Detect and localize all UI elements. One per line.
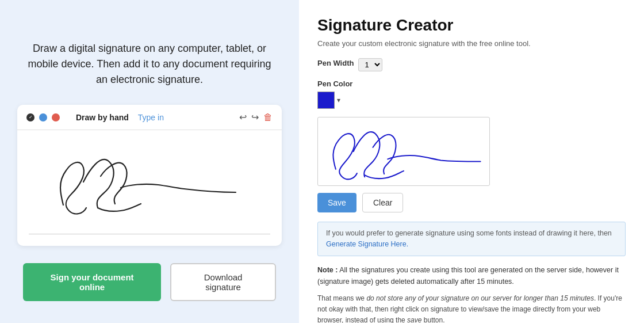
btn-row: Sign your document online Download signa… (23, 263, 276, 301)
canvas-divider (29, 234, 270, 234)
pen-width-row: Pen Width 1 2 3 4 5 (317, 58, 626, 71)
note-section: Note : All the signatures you create usi… (317, 264, 626, 287)
sign-document-button[interactable]: Sign your document online (23, 263, 161, 301)
signature-card: ✓ Draw by hand Type in ↩ ↪ 🗑 (17, 105, 282, 246)
privacy-section: That means we do not store any of your s… (317, 293, 626, 324)
save-button[interactable]: Save (317, 193, 356, 212)
action-buttons: Save Clear (317, 193, 626, 212)
pen-color-row: ▾ (317, 92, 626, 109)
color-dropdown-arrow[interactable]: ▾ (337, 96, 340, 104)
toolbar-actions: ↩ ↪ 🗑 (239, 112, 273, 123)
right-panel: Signature Creator Create your custom ele… (299, 0, 644, 323)
pen-width-select[interactable]: 1 2 3 4 5 (358, 58, 382, 71)
clear-button[interactable]: Clear (362, 193, 403, 212)
pen-width-label: Pen Width (317, 59, 354, 67)
tagline: Draw a digital signature on any computer… (23, 41, 276, 88)
card-toolbar: ✓ Draw by hand Type in ↩ ↪ 🗑 (17, 105, 282, 130)
tab-draw-by-hand[interactable]: Draw by hand (76, 113, 129, 122)
signature-preview-box[interactable] (317, 117, 490, 186)
info-box: If you would prefer to generate signatur… (317, 222, 626, 256)
download-signature-button[interactable]: Download signature (170, 263, 276, 301)
page-title: Signature Creator (317, 16, 626, 35)
left-panel: Draw a digital signature on any computer… (0, 0, 299, 323)
dot-blue (39, 113, 47, 121)
note-label: Note : (317, 266, 338, 274)
generate-signature-link[interactable]: Generate Signature Here. (326, 240, 408, 248)
signature-preview-svg (318, 117, 489, 185)
toolbar-tabs: Draw by hand Type in (76, 113, 164, 122)
pen-color-label: Pen Color (317, 79, 626, 88)
privacy-text: That means we do not store any of your s… (317, 294, 622, 324)
signature-canvas-svg (29, 136, 270, 228)
dot-red (52, 113, 60, 121)
page-subtitle: Create your custom electronic signature … (317, 39, 626, 48)
canvas-area[interactable] (17, 130, 282, 234)
undo-icon[interactable]: ↩ (239, 112, 247, 123)
color-swatch[interactable] (317, 92, 335, 109)
tab-type-in[interactable]: Type in (138, 113, 164, 122)
dot-check: ✓ (26, 113, 34, 121)
info-text: If you would prefer to generate signatur… (326, 229, 612, 237)
redo-icon[interactable]: ↪ (251, 112, 259, 123)
note-text: All the signatures you create using this… (317, 266, 619, 286)
delete-icon[interactable]: 🗑 (263, 112, 273, 123)
